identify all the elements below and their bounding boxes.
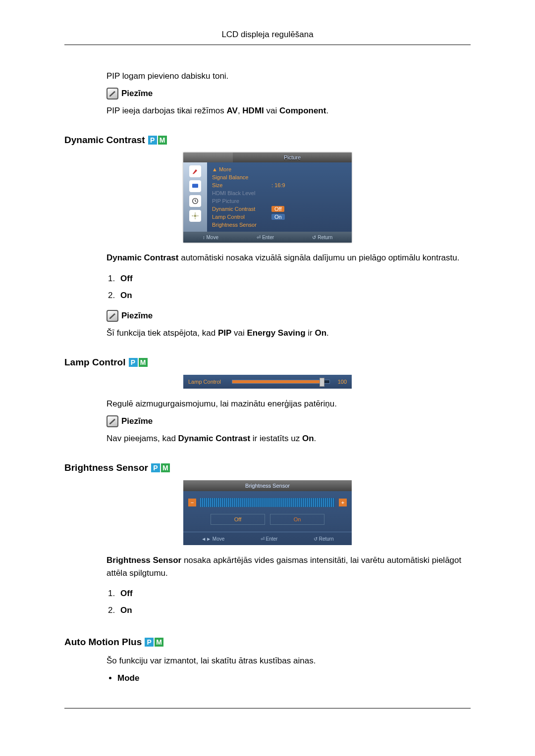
mode-component: Component (279, 106, 326, 115)
svg-rect-0 (192, 184, 198, 188)
option-on: On (120, 605, 132, 615)
brightness-sensor-options: Off On (117, 585, 471, 619)
lamp-control-note: Nav pieejams, kad Dynamic Contrast ir ie… (107, 432, 471, 445)
osd-tab-spacer (183, 152, 233, 162)
text-fragment: Šī funkcija tiek atspējota, kad (107, 328, 218, 338)
slider-fill (232, 380, 320, 383)
text-fragment: . (326, 106, 328, 115)
lamp-control-slider-label: Lamp Control (188, 379, 228, 385)
text-bold: Energy Saving (247, 328, 306, 338)
osd-signal-balance[interactable]: Signal Balance (212, 174, 271, 180)
section-title-text: Dynamic Contrast (64, 135, 145, 146)
dynamic-contrast-options: Off On (117, 270, 471, 304)
osd-lamp-control-value[interactable]: On (271, 214, 285, 220)
bs-panel-title: Brightness Sensor (183, 480, 352, 491)
note-label: Piezīme (121, 416, 153, 426)
text-fragment: automātiski nosaka vizuālā signāla dalīj… (178, 253, 459, 262)
osd-size[interactable]: Size (212, 182, 271, 188)
page-header-title: LCD displeja regulēšana (64, 30, 471, 45)
pm-badge: P M (151, 463, 170, 472)
osd-pip-picture: PIP Picture (212, 198, 271, 204)
lamp-control-slider[interactable] (232, 380, 330, 384)
note-label: Piezīme (121, 89, 153, 99)
brightness-sensor-panel: Brightness Sensor − + Off On ◄► Move ⏎ E… (183, 480, 352, 545)
section-title-text: Brightness Sensor (64, 462, 148, 473)
m-badge-icon: M (161, 463, 170, 472)
osd-category-icons (183, 162, 207, 232)
option-off: Off (120, 274, 133, 283)
osd-lamp-control[interactable]: Lamp Control (212, 214, 271, 220)
text-bold: On (315, 328, 327, 338)
osd-more[interactable]: ▲ More (212, 166, 271, 172)
slider-thumb[interactable] (320, 378, 324, 387)
bs-minus-button[interactable]: − (188, 499, 196, 506)
section-lamp-control: Lamp Control P M (64, 357, 471, 368)
lamp-control-desc: Regulē aizmugurgaismojumu, lai mazinātu … (107, 398, 471, 410)
bs-level-bar[interactable] (200, 498, 335, 507)
text-bold: Dynamic Contrast (107, 253, 178, 262)
note-icon (107, 310, 118, 322)
osd-tool-icon[interactable] (189, 165, 201, 177)
text-fragment: vai (264, 106, 279, 115)
section-brightness-sensor: Brightness Sensor P M (64, 462, 471, 473)
bs-off-button[interactable]: Off (211, 514, 265, 525)
bs-footer-enter: ⏎ Enter (261, 536, 278, 542)
osd-screen-icon[interactable] (189, 180, 201, 192)
osd-gear-icon[interactable] (189, 210, 201, 222)
text-fragment: vai (231, 328, 247, 338)
bullet-mode: Mode (117, 673, 139, 683)
section-title-text: Lamp Control (64, 357, 126, 368)
pm-badge: P M (148, 136, 167, 145)
section-auto-motion-plus: Auto Motion Plus P M (64, 637, 471, 648)
text-bold: Dynamic Contrast (178, 434, 250, 443)
brightness-sensor-desc: Brightness Sensor nosaka apkārtējās vide… (107, 554, 471, 579)
option-on: On (120, 291, 132, 300)
auto-motion-plus-bullets: Mode (117, 673, 471, 683)
osd-footer-return: ↺ Return (312, 235, 332, 240)
section-title-text: Auto Motion Plus (64, 637, 142, 648)
note-icon (107, 88, 118, 100)
page-footer-rule (64, 708, 471, 708)
p-badge-icon: P (129, 358, 138, 367)
mode-av: AV (227, 106, 238, 115)
dynamic-contrast-note: Šī funkcija tiek atspējota, kad PIP vai … (107, 327, 471, 340)
note-label: Piezīme (121, 311, 153, 321)
text-fragment: PIP ieeja darbojas tikai režīmos (107, 106, 227, 115)
text-fragment: , (238, 106, 242, 115)
text-fragment: . (314, 434, 317, 443)
text-bold: On (302, 434, 314, 443)
text-fragment: ir iestatīts uz (250, 434, 302, 443)
bs-plus-button[interactable]: + (339, 499, 347, 506)
lamp-control-slider-panel: Lamp Control 100 (183, 375, 352, 389)
text-fragment: . (326, 328, 329, 338)
text-fragment: ir (306, 328, 315, 338)
osd-list: ▲ More Signal Balance Size: 16:9 HDMI Bl… (207, 162, 352, 232)
osd-picture-menu: Picture ▲ More Signal Balance Size: 16:9… (183, 152, 352, 243)
osd-brightness-sensor[interactable]: Brightness Sensor (212, 222, 271, 228)
text-bold: PIP (218, 328, 231, 338)
osd-hdmi-black: HDMI Black Level (212, 190, 271, 196)
osd-tab-picture[interactable]: Picture (233, 152, 352, 162)
text-fragment: Nav pieejams, kad (107, 434, 178, 443)
p-badge-icon: P (145, 638, 154, 647)
text-bold: Brightness Sensor (107, 555, 181, 565)
pip-tone-text: PIP logam pievieno dabisku toni. (107, 70, 471, 83)
m-badge-icon: M (158, 136, 167, 145)
osd-dynamic-contrast[interactable]: Dynamic Contrast (212, 206, 271, 212)
mode-hdmi: HDMI (242, 106, 264, 115)
auto-motion-plus-desc: Šo funkciju var izmantot, lai skatītu āt… (107, 655, 471, 667)
osd-size-value: : 16:9 (271, 182, 285, 188)
pm-badge: P M (145, 638, 163, 647)
option-off: Off (120, 589, 133, 598)
osd-footer-move: ↕ Move (203, 235, 218, 240)
dynamic-contrast-desc: Dynamic Contrast automātiski nosaka vizu… (107, 252, 471, 264)
lamp-control-value: 100 (334, 379, 347, 385)
osd-dynamic-contrast-value[interactable]: Off (271, 206, 284, 212)
p-badge-icon: P (151, 463, 160, 472)
bs-footer-return: ↺ Return (314, 536, 334, 542)
bs-footer-move: ◄► Move (201, 536, 224, 542)
m-badge-icon: M (155, 638, 163, 647)
svg-point-2 (194, 214, 196, 217)
osd-clock-icon[interactable] (189, 195, 201, 207)
bs-on-button[interactable]: On (270, 514, 324, 525)
